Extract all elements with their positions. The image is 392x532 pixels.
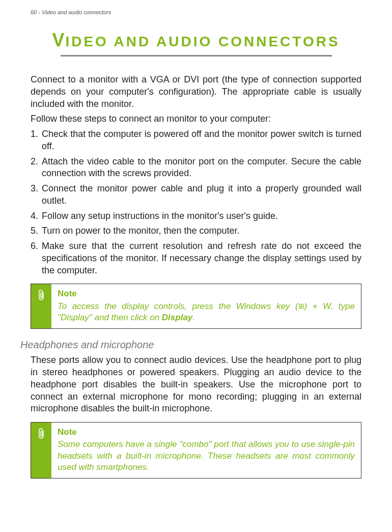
headphones-paragraph: These ports allow you to connect audio d… (31, 354, 361, 415)
step-item: Follow any setup instructions in the mon… (31, 210, 361, 222)
step-item: Connect the monitor power cable and plug… (31, 183, 361, 207)
step-item: Turn on power to the monitor, then the c… (31, 225, 361, 237)
page: 60 - Video and audio connectors VIDEO AN… (0, 0, 392, 503)
title-rule (61, 55, 332, 57)
note-content: Note To access the display controls, pre… (51, 284, 361, 328)
step-item: Make sure that the current resolution an… (31, 240, 361, 276)
note-text-post2: . (192, 313, 195, 322)
intro-paragraph-1: Connect to a monitor with a VGA or DVI p… (31, 74, 361, 110)
page-header: 60 - Video and audio connectors (31, 9, 361, 15)
windows-key-icon: ⊞ (298, 301, 304, 311)
note-content: Note Some computers have a single "combo… (51, 423, 361, 478)
title-rest: IDEO AND AUDIO CONNECTORS (65, 34, 340, 49)
step-item: Check that the computer is powered off a… (31, 128, 361, 153)
steps-list: Check that the computer is powered off a… (31, 128, 361, 276)
note-box-1: Note To access the display controls, pre… (31, 284, 361, 329)
note-label: Note (58, 427, 355, 438)
note-box-2: Note Some computers have a single "combo… (31, 422, 361, 479)
note-text: Some computers have a single "combo" por… (58, 439, 355, 472)
body: Connect to a monitor with a VGA or DVI p… (31, 74, 361, 479)
paperclip-icon (36, 289, 46, 302)
note-text-bold: Display (162, 313, 192, 322)
step-item: Attach the video cable to the monitor po… (31, 156, 361, 180)
page-title: VIDEO AND AUDIO CONNECTORS (52, 30, 340, 51)
intro-paragraph-2: Follow these steps to connect an monitor… (31, 113, 361, 125)
title-container: VIDEO AND AUDIO CONNECTORS (31, 30, 361, 51)
title-initial: V (52, 30, 65, 50)
note-text: To access the display controls, press th… (58, 301, 355, 323)
note-icon-bar (31, 284, 51, 328)
note-text-pre: To access the display controls, press th… (58, 301, 298, 311)
paperclip-icon (36, 428, 46, 441)
note-icon-bar (31, 423, 51, 478)
note-label: Note (58, 288, 355, 299)
section-subheading: Headphones and microphone (20, 338, 361, 351)
